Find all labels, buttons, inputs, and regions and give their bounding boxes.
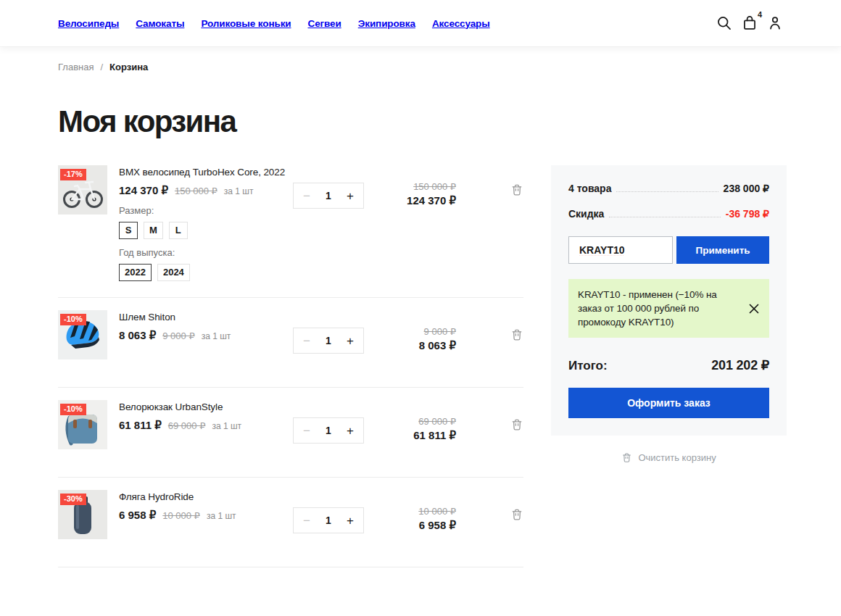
year-option-label: Год выпуска:: [119, 247, 293, 259]
decrease-quantity-button[interactable]: −: [303, 515, 310, 527]
trash-icon: [510, 183, 523, 196]
cart-items-list: -17% BMX велосипед TurboHex Core, 2022 1…: [58, 165, 523, 567]
size-options: S M L: [119, 222, 293, 239]
user-icon: [767, 15, 783, 31]
increase-quantity-button[interactable]: +: [347, 335, 354, 347]
year-chip-2024[interactable]: 2024: [157, 264, 190, 281]
decrease-quantity-button[interactable]: −: [303, 190, 310, 202]
line-total: 150 000 ₽ 124 370 ₽: [364, 181, 456, 281]
remove-item-button[interactable]: [510, 328, 523, 341]
trash-icon: [510, 418, 523, 431]
per-unit-label: за 1 шт: [224, 186, 254, 196]
size-chip-s[interactable]: S: [119, 222, 138, 239]
product-title: Шлем Shiton: [119, 311, 293, 323]
cart-button[interactable]: 4: [742, 15, 758, 31]
clear-cart-button[interactable]: Очистить корзину: [551, 452, 787, 463]
nav-item-segways[interactable]: Сегвеи: [308, 18, 341, 29]
promo-applied-notice: KRAYT10 - применен (−10% на заказ от 100…: [568, 279, 769, 338]
search-icon: [716, 15, 732, 31]
items-total-value: 238 000 ₽: [724, 183, 769, 194]
quantity-value: 1: [326, 515, 331, 526]
quantity-stepper: − 1 +: [293, 417, 364, 444]
line-total: 10 000 ₽ 6 958 ₽: [364, 506, 456, 539]
discount-badge: -17%: [60, 169, 86, 180]
product-old-price: 9 000 ₽: [162, 330, 194, 341]
clear-cart-label: Очистить корзину: [638, 452, 716, 463]
size-chip-m[interactable]: M: [144, 222, 163, 239]
promo-code-input[interactable]: [568, 236, 673, 264]
nav-item-gear[interactable]: Экипировка: [358, 18, 415, 29]
size-chip-l[interactable]: L: [169, 222, 188, 239]
shopping-bag-icon: [742, 15, 758, 31]
product-title: BMX велосипед TurboHex Core, 2022: [119, 166, 293, 178]
quantity-stepper: − 1 +: [293, 507, 364, 533]
nav-item-accessories[interactable]: Аксессуары: [432, 18, 490, 29]
dotted-leader: [609, 217, 720, 217]
product-title: Фляга HydroRide: [119, 491, 293, 503]
product-old-price: 10 000 ₽: [162, 510, 200, 521]
product-price: 61 811 ₽: [119, 419, 162, 432]
cart-item-bike: -17% BMX велосипед TurboHex Core, 2022 1…: [58, 165, 523, 298]
per-unit-label: за 1 шт: [202, 331, 231, 341]
quantity-stepper: − 1 +: [293, 328, 364, 354]
increase-quantity-button[interactable]: +: [347, 190, 354, 202]
quantity-value: 1: [326, 190, 331, 201]
checkout-button[interactable]: Оформить заказ: [568, 388, 769, 418]
cart-item-bottle: -30% Фляга HydroRide 6 958 ₽ 10 000 ₽ за…: [58, 478, 523, 567]
year-options: 2022 2024: [119, 264, 293, 281]
cart-item-backpack: -10% Велорюкзак UrbanStyle 61 811 ₽ 69 0…: [58, 388, 523, 478]
discount-badge: -10%: [60, 404, 86, 415]
quantity-value: 1: [326, 425, 331, 436]
line-price: 8 063 ₽: [364, 339, 456, 352]
nav-item-bikes[interactable]: Велосипеды: [58, 18, 119, 29]
decrease-quantity-button[interactable]: −: [303, 425, 310, 437]
search-button[interactable]: [716, 15, 732, 31]
main-nav: Велосипеды Самокаты Роликовые коньки Сег…: [58, 18, 490, 29]
line-total: 9 000 ₽ 8 063 ₽: [364, 326, 456, 359]
breadcrumb-separator: /: [100, 62, 103, 72]
discount-label: Скидка: [568, 208, 604, 220]
line-total: 69 000 ₽ 61 811 ₽: [364, 416, 456, 449]
size-option-label: Размер:: [119, 205, 293, 217]
discount-badge: -10%: [60, 314, 86, 325]
grand-total-label: Итого:: [568, 359, 608, 373]
grand-total-value: 201 202 ₽: [711, 357, 769, 373]
line-old-price: 69 000 ₽: [364, 416, 456, 427]
nav-item-roller-skates[interactable]: Роликовые коньки: [201, 18, 291, 29]
quantity-value: 1: [326, 335, 331, 346]
per-unit-label: за 1 шт: [212, 421, 241, 431]
discount-value: -36 798 ₽: [726, 208, 769, 220]
breadcrumb-current: Корзина: [109, 62, 148, 72]
trash-icon: [510, 328, 523, 341]
product-old-price: 150 000 ₽: [175, 186, 218, 196]
increase-quantity-button[interactable]: +: [347, 425, 354, 437]
product-image-bike[interactable]: -17%: [58, 165, 107, 215]
breadcrumb-home-link[interactable]: Главная: [58, 62, 94, 72]
product-image-backpack[interactable]: -10%: [58, 400, 107, 449]
page-title: Моя корзина: [58, 104, 787, 139]
line-old-price: 150 000 ₽: [364, 181, 456, 192]
remove-item-button[interactable]: [510, 418, 523, 431]
profile-button[interactable]: [767, 15, 783, 31]
apply-promo-button[interactable]: Применить: [676, 236, 769, 264]
product-image-bottle[interactable]: -30%: [58, 490, 107, 539]
items-count-label: 4 товара: [568, 183, 611, 194]
product-old-price: 69 000 ₽: [168, 420, 206, 431]
remove-item-button[interactable]: [510, 508, 523, 521]
product-price: 8 063 ₽: [119, 329, 156, 342]
dismiss-notice-button[interactable]: [748, 303, 760, 315]
decrease-quantity-button[interactable]: −: [303, 335, 310, 347]
discount-badge: -30%: [60, 494, 86, 505]
line-old-price: 9 000 ₽: [364, 326, 456, 337]
increase-quantity-button[interactable]: +: [347, 515, 354, 527]
year-chip-2022[interactable]: 2022: [119, 264, 152, 281]
close-icon: [748, 303, 760, 315]
remove-item-button[interactable]: [510, 183, 523, 196]
order-summary-panel: 4 товара 238 000 ₽ Скидка -36 798 ₽ Прим…: [551, 165, 787, 436]
trash-icon: [510, 508, 523, 521]
nav-item-scooters[interactable]: Самокаты: [136, 18, 184, 29]
line-old-price: 10 000 ₽: [364, 506, 456, 517]
cart-count-badge: 4: [758, 10, 762, 19]
product-price: 124 370 ₽: [119, 184, 168, 197]
product-image-helmet[interactable]: -10%: [58, 310, 107, 359]
